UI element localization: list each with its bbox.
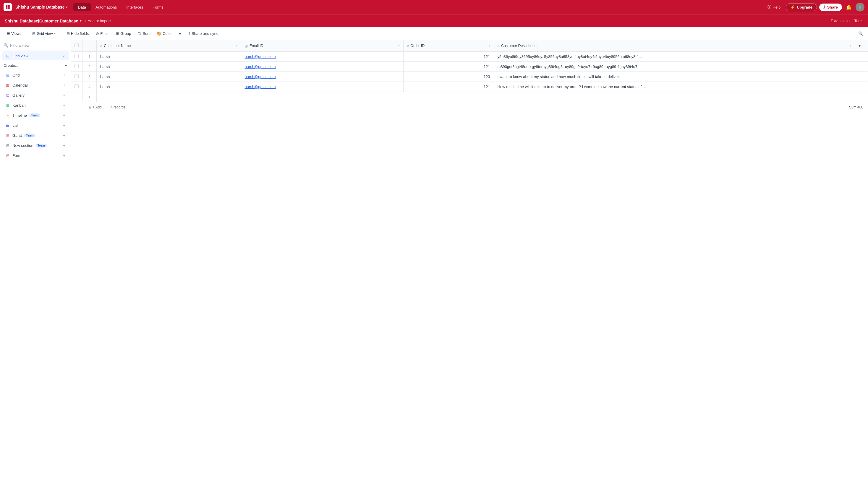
create-section-header[interactable]: Create... ▾ [0, 61, 71, 70]
color-icon: 🎨 [157, 31, 162, 36]
user-avatar[interactable]: H [856, 3, 865, 12]
grid-view-button[interactable]: ⊞ Grid view ▾ [29, 30, 58, 37]
description-cell[interactable]: y5u86yu8t9uy8695uy86uy. 5y856uy8u658yut4… [494, 52, 855, 61]
create-timeline-button[interactable]: ≡ Timeline Team + [2, 111, 69, 120]
top-nav-right: ⓘ Help ⚡ Upgrade ⤴ Share 🔔 H [765, 3, 865, 12]
add-more-button[interactable]: ⊞ + Add... [86, 104, 107, 110]
views-button[interactable]: ☰ Views [3, 30, 24, 37]
plus-icon: + [63, 73, 65, 77]
list-create-icon: ☰ [5, 123, 10, 128]
check-icon: ✓ [62, 54, 65, 58]
row-checkbox-cell[interactable] [71, 71, 83, 82]
hide-fields-button[interactable]: ⊟ Hide fields [64, 30, 92, 37]
svg-rect-1 [8, 5, 10, 7]
select-all-checkbox[interactable] [74, 43, 79, 47]
customer-name-cell[interactable]: harsh [97, 71, 241, 82]
empty-cell [855, 52, 868, 61]
share-button[interactable]: ⤴ Share [819, 3, 842, 11]
add-import-button[interactable]: + Add or import [82, 17, 114, 25]
help-button[interactable]: ⓘ Help [765, 3, 783, 11]
share-sync-button[interactable]: ⤴ Share and sync [185, 30, 221, 37]
description-cell[interactable]: How much time will it take to to deliver… [494, 82, 855, 91]
create-grid-button[interactable]: ⊞ Grid + [2, 71, 69, 80]
form-create-icon: ⊟ [5, 153, 10, 158]
select-all-checkbox-cell[interactable] [71, 40, 83, 52]
nav-tab-data[interactable]: Data [73, 3, 91, 11]
description-cell[interactable]: tu890gut8ugt48urte gy8teruyg89t4ug8truy8… [494, 61, 855, 71]
create-gallery-button[interactable]: ⊡ Gallery + [2, 91, 69, 100]
add-column-button[interactable]: + [855, 40, 868, 52]
row-checkbox[interactable] [74, 54, 79, 58]
email-cell[interactable]: harsh@gmail.com [241, 61, 404, 71]
order-id-cell[interactable]: 121 [404, 82, 494, 91]
db-selector[interactable]: Shishu Database [5, 19, 38, 23]
nav-tab-interfaces[interactable]: Interfaces [122, 3, 148, 11]
order-id-column-header[interactable]: # Order ID ▾ [404, 40, 494, 52]
nav-tab-automations[interactable]: Automations [91, 3, 122, 11]
row-checkbox[interactable] [74, 74, 79, 78]
app-logo[interactable] [3, 3, 12, 11]
email-cell[interactable]: harsh@gmail.com [241, 71, 404, 82]
db-chevron-icon: ▾ [66, 5, 67, 9]
sort-button[interactable]: ⇅ Sort [135, 30, 153, 37]
svg-rect-3 [8, 8, 10, 9]
add-row-button[interactable]: + [83, 91, 97, 102]
toolbar: ☰ Views ⊞ Grid view ▾ ⊟ Hide fields ⊜ Fi… [0, 27, 868, 40]
table-selector[interactable]: Customer Database ▾ [39, 19, 82, 23]
row-number: 4 [83, 82, 97, 91]
hash-column-icon: # [407, 44, 409, 47]
grid-area: A Customer Name ▾ @ Email ID ▾ [71, 40, 868, 497]
extensions-button[interactable]: Extensions [831, 19, 850, 23]
create-new-section-button[interactable]: ⊟ New section Team + [2, 141, 69, 150]
notification-bell-button[interactable]: 🔔 [844, 3, 853, 12]
sidebar: 🔍 Find a view ⊞ Grid view ✓ Create... ▾ … [0, 40, 71, 497]
row-height-button[interactable]: ≡ [176, 30, 184, 37]
create-kanban-button[interactable]: ⊟ Kanban + [2, 101, 69, 110]
order-id-cell[interactable]: 121 [404, 61, 494, 71]
nav-tab-forms[interactable]: Forms [148, 3, 168, 11]
tools-button[interactable]: Tools [854, 19, 863, 23]
description-cell[interactable]: I want to know about my status and how m… [494, 71, 855, 82]
add-row: + [71, 91, 868, 102]
sidebar-item-grid-view[interactable]: ⊞ Grid view ✓ [2, 52, 69, 60]
customer-name-column-header[interactable]: A Customer Name ▾ [97, 40, 241, 52]
order-id-cell[interactable]: 123 [404, 71, 494, 82]
plus-icon: + [63, 143, 65, 148]
create-list-button[interactable]: ☰ List + [2, 121, 69, 130]
email-cell[interactable]: harsh@gmail.com [241, 52, 404, 61]
table-row: 4 harsh harsh@gmail.com 121 How much tim… [71, 82, 868, 91]
text-column-icon: A [498, 44, 500, 47]
nav-tabs: Data Automations Interfaces Forms [73, 3, 169, 11]
filter-button[interactable]: ⊜ Filter [93, 30, 112, 37]
svg-rect-0 [5, 5, 8, 7]
text-column-icon: A [100, 44, 102, 47]
email-column-header[interactable]: @ Email ID ▾ [241, 40, 404, 52]
customer-name-cell[interactable]: harsh [97, 52, 241, 61]
plus-icon: + [63, 103, 65, 108]
bottom-bar: + ⊞ + Add... 4 records Sum 486 [71, 102, 868, 113]
upgrade-button[interactable]: ⚡ Upgrade [786, 3, 817, 11]
add-row-bottom-button[interactable]: + [76, 104, 83, 110]
row-checkbox-cell[interactable] [71, 52, 83, 61]
db-name-button[interactable]: Shishu Sample Database ▾ [15, 5, 67, 10]
customer-name-cell[interactable]: harsh [97, 82, 241, 91]
email-cell[interactable]: harsh@gmail.com [241, 82, 404, 91]
color-button[interactable]: 🎨 Color [154, 30, 175, 37]
data-table: A Customer Name ▾ @ Email ID ▾ [71, 40, 868, 102]
row-checkbox[interactable] [74, 84, 79, 88]
group-button[interactable]: ⊞ Group [113, 30, 134, 37]
search-button[interactable]: 🔍 [857, 30, 865, 37]
grid-icon: ⊞ [5, 54, 10, 58]
records-count: 4 records [111, 105, 125, 109]
find-view-input[interactable]: 🔍 Find a view [3, 43, 67, 47]
sort-arrow-icon: ▾ [236, 44, 237, 47]
order-id-cell[interactable]: 121 [404, 52, 494, 61]
description-column-header[interactable]: A Customer Description ▾ [494, 40, 855, 52]
customer-name-cell[interactable]: harsh [97, 61, 241, 71]
row-checkbox-cell[interactable] [71, 61, 83, 71]
row-checkbox-cell[interactable] [71, 82, 83, 91]
create-calendar-button[interactable]: ▦ Calendar + [2, 81, 69, 89]
create-gantt-button[interactable]: ⊞ Gantt Team + [2, 131, 69, 140]
create-form-button[interactable]: ⊟ Form + [2, 151, 69, 160]
row-checkbox[interactable] [74, 64, 79, 68]
